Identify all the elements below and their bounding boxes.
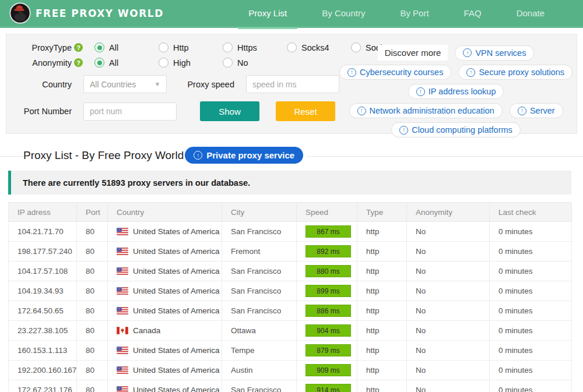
reset-button[interactable]: Reset (276, 101, 335, 121)
anonymity-radio-high[interactable]: High (159, 58, 210, 68)
table-row: 104.19.34.9380United States of AmericaSa… (9, 281, 572, 301)
column-header-speed: Speed (297, 203, 357, 222)
port-number-input[interactable] (83, 103, 177, 121)
private-proxy-service-button[interactable]: ↑ Private proxy service (185, 147, 303, 164)
nav-item-proxy-list[interactable]: Proxy List (231, 0, 304, 27)
radio-icon (94, 43, 104, 52)
ip-cell: 104.21.71.70 (9, 222, 77, 242)
speed-badge: 879 ms (305, 344, 351, 356)
proxy-table: IP adressPortCountryCitySpeedTypeAnonymi… (8, 202, 572, 392)
promo-pill-secure-proxy-solutions[interactable]: ↑Secure proxy solutions (458, 65, 573, 80)
promo-pill-server[interactable]: ↑Server (510, 103, 563, 118)
country-cell: United States of America (108, 262, 222, 281)
ip-cell: 172.67.231.176 (9, 380, 77, 392)
promo-pill-label: Server (530, 106, 555, 115)
type-cell: http (357, 321, 407, 341)
speed-badge: 880 ms (305, 265, 351, 277)
radio-icon (94, 58, 104, 68)
circled-arrow-up-icon: ↑ (518, 107, 526, 115)
nav-item-by-port[interactable]: By Port (382, 0, 446, 27)
table-row: 104.17.57.10880United States of AmericaS… (9, 262, 572, 281)
proxy-speed-input[interactable] (246, 75, 339, 93)
city-cell: Tempe (222, 341, 297, 361)
proxy-type-radio-http[interactable]: Http (159, 43, 210, 52)
radio-icon (351, 43, 361, 52)
country-select[interactable]: All Countries ▼ (83, 75, 167, 93)
proxy-count-banner: There are currently 51893 proxy servers … (8, 171, 571, 195)
column-header-port: Port (77, 203, 108, 222)
question-icon[interactable]: ? (74, 43, 83, 52)
country-cell: United States of America (108, 242, 222, 262)
nav-item-by-country[interactable]: By Country (304, 0, 382, 27)
table-row: 23.227.38.10580CanadaOttawa904 mshttpNo0… (9, 321, 572, 341)
promo-pill-ip-address-lookup[interactable]: ↑IP address lookup (408, 84, 504, 99)
table-row: 172.67.231.17680United States of America… (9, 380, 572, 392)
radio-icon (159, 43, 168, 52)
nav-item-donate[interactable]: Donate (499, 0, 562, 27)
promo-row: ↑Cybersecurity courses↑Secure proxy solu… (339, 65, 573, 80)
speed-cell: 879 ms (297, 341, 357, 361)
canada-flag-icon (117, 327, 128, 334)
last-check-cell: 0 minutes (490, 301, 572, 321)
city-cell: San Francisco (222, 380, 297, 392)
circled-arrow-up-icon: ↑ (466, 68, 475, 77)
speed-badge: 886 ms (305, 305, 351, 317)
column-header-city: City (222, 203, 297, 222)
proxy-type-radio-https[interactable]: Https (223, 43, 274, 52)
promo-pill-cybersecurity-courses[interactable]: ↑Cybersecurity courses (339, 65, 451, 80)
table-row: 192.200.160.16780United States of Americ… (9, 361, 572, 380)
anonymity-radio-no[interactable]: No (223, 58, 274, 68)
speed-cell: 880 ms (297, 262, 357, 281)
port-cell: 80 (77, 321, 108, 341)
radio-icon (223, 43, 233, 52)
country-name: United States of America (133, 306, 220, 315)
port-cell: 80 (77, 281, 108, 301)
us-flag-icon (117, 366, 128, 374)
question-icon[interactable]: ? (74, 58, 83, 67)
radio-label: Socks4 (301, 43, 329, 52)
country-name: United States of America (133, 366, 220, 375)
column-header-last-check: Last check (490, 203, 572, 222)
city-cell: Austin (222, 361, 297, 380)
circled-arrow-up-icon: ↑ (347, 68, 356, 77)
country-name: United States of America (133, 267, 220, 276)
promo-pill-cloud-computing-platforms[interactable]: ↑Cloud computing platforms (391, 122, 520, 137)
anonymity-radio-all[interactable]: All (94, 58, 146, 68)
column-header-anonymity: Anonymity (407, 203, 490, 222)
us-flag-icon (117, 228, 128, 235)
promo-row: ↑Cloud computing platforms (391, 122, 520, 137)
filter-panel: ProxyType ? AllHttpHttpsSocks4Socks5 Ano… (6, 34, 577, 134)
city-cell: Ottawa (222, 321, 297, 341)
anonymity-row: Anonymity ? AllHighNo (16, 58, 339, 68)
port-buttons-row: Port Number Show Reset (16, 101, 339, 121)
circled-arrow-up-icon: ↑ (416, 87, 425, 96)
last-check-cell: 0 minutes (490, 380, 572, 392)
promo-row: ↑IP address lookup (408, 84, 504, 99)
anonymity-cell: No (407, 380, 490, 392)
country-cell: United States of America (108, 281, 222, 301)
table-row: 160.153.1.11380United States of AmericaT… (9, 341, 572, 361)
port-cell: 80 (77, 301, 108, 321)
nav-item-faq[interactable]: FAQ (447, 0, 499, 27)
proxy-type-radio-socks4[interactable]: Socks4 (287, 43, 338, 52)
brand-link[interactable]: Free Proxy World (9, 2, 164, 24)
country-cell: United States of America (108, 301, 222, 321)
last-check-cell: 0 minutes (490, 242, 572, 262)
spy-logo-icon (9, 2, 31, 24)
proxy-type-radio-all[interactable]: All (94, 43, 146, 52)
table-header-row: IP adressPortCountryCitySpeedTypeAnonymi… (9, 203, 572, 222)
promo-pill-label: Cybersecurity courses (360, 68, 443, 77)
type-cell: http (357, 262, 407, 281)
promo-pill-label: IP address lookup (429, 87, 496, 96)
proxy-table-container: IP adressPortCountryCitySpeedTypeAnonymi… (8, 202, 571, 392)
us-flag-icon (117, 267, 128, 275)
promo-pill-vpn-services[interactable]: ↑VPN services (455, 45, 534, 61)
chevron-down-icon: ▼ (154, 81, 160, 87)
radio-icon (223, 58, 233, 68)
type-cell: http (357, 341, 407, 361)
promo-pill-network-administration-education[interactable]: ↑Network administration education (349, 103, 503, 118)
speed-badge: 867 ms (305, 225, 351, 238)
port-cell: 80 (77, 262, 108, 281)
show-button[interactable]: Show (200, 101, 259, 121)
radio-label: Http (173, 43, 189, 52)
